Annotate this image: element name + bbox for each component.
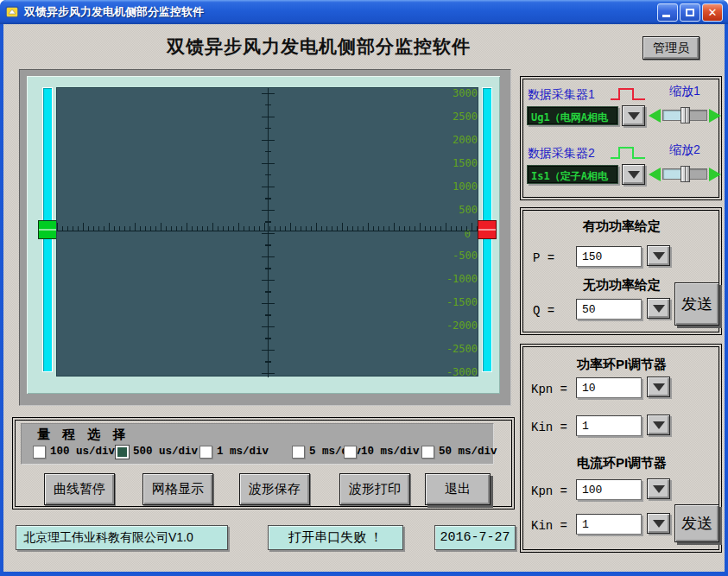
dropdown-arrow-icon (628, 171, 640, 179)
waveform-display: 3000 2500 2000 1500 1000 500 0 -500 -100… (56, 87, 478, 377)
zoom1-decrease-arrow[interactable] (649, 109, 661, 123)
print-waveform-button[interactable]: 波形打印 (339, 473, 410, 505)
p-label: P = (533, 251, 554, 265)
dropdown-arrow-icon (653, 421, 665, 429)
dropdown-arrow-icon (653, 305, 665, 313)
range-selection-area: 量 程 选 择 100 us/div 500 us/div 1 ms/div 5… (21, 423, 494, 465)
y-axis-label: 2500 (438, 111, 478, 123)
oscilloscope-frame: 3000 2500 2000 1500 1000 500 0 -500 -100… (27, 76, 500, 394)
pulse-waveform-icon (609, 85, 647, 103)
y-axis-label: -1000 (438, 273, 478, 285)
range-checkbox-label: 500 us/div (133, 446, 198, 458)
power-send-button[interactable]: 发送 (674, 282, 719, 326)
y-axis-line (268, 88, 269, 377)
y-axis-label: 1000 (438, 180, 478, 193)
page-title: 双馈异步风力发电机侧部分监控软件 (90, 35, 548, 59)
p-value-field[interactable]: 150 (576, 246, 642, 267)
zoom2-slider-handle[interactable] (681, 166, 690, 182)
minimize-button[interactable] (657, 3, 678, 22)
oscilloscope: 3000 2500 2000 1500 1000 500 0 -500 -100… (19, 69, 511, 406)
left-slider-handle[interactable] (38, 220, 57, 239)
y-axis-label: 3000 (438, 87, 478, 99)
kpn1-dropdown-button[interactable] (647, 377, 670, 397)
range-checkbox-10ms[interactable] (344, 446, 357, 459)
current-loop-title: 电流环PI调节器 (534, 455, 710, 472)
q-dropdown-button[interactable] (647, 298, 670, 319)
range-checkbox-500us[interactable] (116, 446, 129, 459)
kpn1-value-field[interactable]: 10 (576, 377, 642, 398)
y-axis-label: -3000 (438, 366, 478, 378)
app-window: 双馈异步风力发电机侧部分监控软件 ✕ 双馈异步风力发电机侧部分监控软件 管理员 … (0, 0, 728, 576)
dropdown-arrow-icon (653, 520, 665, 528)
collector1-label: 数据采集器1 (528, 87, 595, 103)
y-axis-label: 1500 (438, 157, 478, 169)
dropdown-arrow-icon (628, 112, 640, 120)
app-icon (5, 5, 19, 19)
right-slider-handle[interactable] (478, 220, 497, 239)
range-panel: 量 程 选 择 100 us/div 500 us/div 1 ms/div 5… (12, 417, 515, 510)
pi-regulator-panel: 功率环PI调节器 Kpn = 10 Kin = 1 电流环PI调节器 Kpn =… (520, 344, 722, 553)
title-bar: 双馈异步风力发电机侧部分监控软件 ✕ (0, 0, 728, 24)
y-axis-label: 2000 (438, 134, 478, 146)
kin2-dropdown-button[interactable] (647, 513, 670, 534)
maximize-icon (686, 9, 694, 16)
range-checkbox-50ms[interactable] (421, 446, 434, 459)
channel1-dropdown-button[interactable] (622, 105, 645, 126)
range-checkbox-label: 50 ms/div (439, 446, 497, 458)
range-title: 量 程 选 择 (37, 427, 130, 443)
admin-button[interactable]: 管理员 (643, 36, 700, 60)
kpn2-value-field[interactable]: 100 (576, 479, 642, 500)
zoom1-label: 缩放1 (669, 84, 700, 99)
range-option: 100 us/div (33, 445, 115, 459)
range-option: 500 us/div (116, 445, 198, 459)
y-axis-label: -500 (438, 250, 478, 262)
company-version-field: 北京理工伟业科教有限公司V1.0 (16, 525, 228, 550)
zoom1-slider-handle[interactable] (681, 107, 690, 123)
range-option: 50 ms/div (421, 445, 497, 459)
q-value-field[interactable]: 50 (576, 299, 642, 320)
dropdown-arrow-icon (653, 485, 665, 493)
kin2-value-field[interactable]: 1 (576, 514, 642, 535)
pi-send-button[interactable]: 发送 (674, 504, 719, 542)
y-axis-label: 500 (438, 204, 478, 216)
kpn2-label: Kpn = (531, 484, 567, 498)
active-power-title: 有功功率给定 (534, 218, 710, 235)
channel1-selector[interactable]: Ug1（电网A相电 (527, 106, 618, 125)
zoom2-decrease-arrow[interactable] (649, 168, 661, 181)
channel2-selector[interactable]: Is1（定子A相电 (527, 165, 618, 184)
range-checkbox-label: 1 ms/div (217, 446, 269, 458)
kin2-label: Kin = (531, 519, 567, 533)
zoom1-increase-arrow[interactable] (709, 109, 721, 123)
dropdown-arrow-icon (653, 383, 665, 391)
range-checkbox-100us[interactable] (33, 446, 46, 459)
q-label: Q = (533, 304, 554, 318)
zoom1-slider (649, 106, 721, 125)
y-axis-label: -2500 (438, 343, 478, 355)
main-panel: 双馈异步风力发电机侧部分监控软件 管理员 3000 2500 2000 1500… (3, 24, 725, 572)
range-checkbox-label: 10 ms/div (361, 446, 420, 458)
serial-status-message: 打开串口失败 ！ (268, 525, 403, 550)
y-axis-label: -1500 (438, 296, 478, 308)
exit-button[interactable]: 退出 (425, 473, 491, 505)
save-waveform-button[interactable]: 波形保存 (239, 473, 310, 505)
range-checkbox-5ms[interactable] (292, 446, 305, 459)
kin1-label: Kin = (531, 421, 567, 434)
grid-display-button[interactable]: 网格显示 (142, 473, 213, 505)
channel2-dropdown-button[interactable] (622, 164, 645, 185)
minimize-icon (662, 15, 670, 17)
pause-curve-button[interactable]: 曲线暂停 (44, 473, 115, 505)
range-checkbox-1ms[interactable] (199, 446, 212, 459)
close-icon: ✕ (703, 4, 722, 21)
zoom2-increase-arrow[interactable] (709, 168, 721, 181)
p-dropdown-button[interactable] (647, 245, 670, 266)
maximize-button[interactable] (680, 3, 700, 22)
zoom2-slider (649, 165, 721, 184)
kin1-value-field[interactable]: 1 (576, 415, 642, 436)
collector2-label: 数据采集器2 (528, 146, 595, 161)
dropdown-arrow-icon (653, 252, 665, 260)
zoom2-label: 缩放2 (669, 142, 700, 158)
kin1-dropdown-button[interactable] (647, 415, 670, 435)
power-loop-title: 功率环PI调节器 (534, 357, 710, 373)
kpn2-dropdown-button[interactable] (647, 478, 670, 499)
close-button[interactable]: ✕ (702, 3, 723, 22)
